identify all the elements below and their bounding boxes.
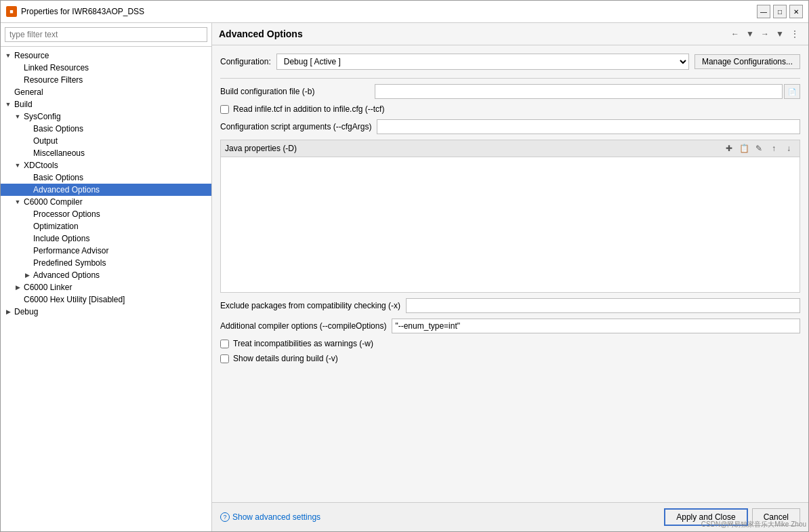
left-panel: ▼ResourceLinked ResourcesResource Filter… xyxy=(1,23,212,531)
tree-item-xdctools-basic[interactable]: Basic Options xyxy=(1,171,211,184)
minimize-button[interactable]: — xyxy=(757,5,770,18)
tree-toggle-sysconfig: ▼ xyxy=(13,112,22,121)
show-details-label: Show details during build (-v) xyxy=(233,354,338,363)
more-btn[interactable]: ⋮ xyxy=(788,27,802,41)
tree-toggle-xdctools-advanced xyxy=(22,185,32,195)
exclude-packages-label: Exclude packages from compatibility chec… xyxy=(220,301,400,310)
tree-toggle-c6000-hex xyxy=(13,295,22,304)
exclude-packages-row: Exclude packages from compatibility chec… xyxy=(220,298,800,313)
back-nav-btn[interactable]: ← xyxy=(728,27,742,41)
tree-item-build[interactable]: ▼Build xyxy=(1,98,211,110)
build-config-input[interactable] xyxy=(375,84,783,99)
read-infile-checkbox[interactable] xyxy=(220,105,229,114)
tree-label-sysconfig: SysConfig xyxy=(22,111,211,122)
java-props-edit-btn[interactable]: ✎ xyxy=(752,142,766,155)
watermark: CSDN@网易独家音乐大Mike Zhou xyxy=(701,520,806,529)
separator-1 xyxy=(220,78,800,79)
tree-item-c6000-perf[interactable]: Performance Advisor xyxy=(1,245,211,257)
tree-item-general[interactable]: General xyxy=(1,86,211,98)
fwd-dropdown-btn[interactable]: ▼ xyxy=(773,27,787,41)
tree-item-resource-filters[interactable]: Resource Filters xyxy=(1,74,211,86)
tree-toggle-linked-resources xyxy=(13,63,22,73)
tree-item-c6000-predefined[interactable]: Predefined Symbols xyxy=(1,257,211,269)
tree-item-debug[interactable]: ▶Debug xyxy=(1,306,211,318)
maximize-button[interactable]: □ xyxy=(773,5,787,18)
treat-incompat-row: Treat incompatibilities as warnings (-w) xyxy=(220,339,800,348)
window-title: Properties for IWR6843AOP_DSS xyxy=(21,7,753,16)
right-panel-title: Advanced Options xyxy=(219,28,303,39)
tree-item-resource[interactable]: ▼Resource xyxy=(1,49,211,62)
tree-item-xdctools[interactable]: ▼XDCtools xyxy=(1,159,211,171)
tree-label-build: Build xyxy=(13,99,211,110)
tree-item-c6000-linker[interactable]: ▶C6000 Linker xyxy=(1,281,211,293)
treat-incompat-label: Treat incompatibilities as warnings (-w) xyxy=(233,339,373,348)
back-dropdown-btn[interactable]: ▼ xyxy=(743,27,757,41)
tree-label-sysconfig-output: Output xyxy=(32,136,211,146)
tree-toggle-c6000-processor xyxy=(22,209,32,219)
tree-item-sysconfig-misc[interactable]: Miscellaneous xyxy=(1,147,211,159)
fwd-nav-btn[interactable]: → xyxy=(758,27,772,41)
additional-compiler-input[interactable] xyxy=(392,319,800,333)
tree-item-sysconfig-output[interactable]: Output xyxy=(1,135,211,147)
java-props-label: Java properties (-D) xyxy=(225,144,297,153)
title-bar: ■ Properties for IWR6843AOP_DSS — □ ✕ xyxy=(1,1,808,23)
tree-label-xdctools: XDCtools xyxy=(22,160,211,171)
tree-item-c6000-advanced[interactable]: ▶Advanced Options xyxy=(1,269,211,281)
tree-label-c6000-processor: Processor Options xyxy=(32,209,211,220)
show-details-checkbox[interactable] xyxy=(220,354,229,363)
config-script-input[interactable] xyxy=(377,119,800,134)
help-icon: ? xyxy=(220,512,230,522)
show-advanced-settings-link[interactable]: ? Show advanced settings xyxy=(220,512,320,522)
tree-item-xdctools-advanced[interactable]: Advanced Options xyxy=(1,184,211,196)
manage-configurations-button[interactable]: Manage Configurations... xyxy=(694,54,800,69)
tree-label-xdctools-advanced: Advanced Options xyxy=(32,184,211,195)
java-props-add-btn[interactable]: ✚ xyxy=(722,142,736,155)
tree-toggle-sysconfig-misc xyxy=(22,148,32,158)
tree-item-c6000-processor[interactable]: Processor Options xyxy=(1,208,211,220)
exclude-packages-input[interactable] xyxy=(406,298,800,313)
read-infile-row: Read infile.tcf in addition to infile.cf… xyxy=(220,104,800,114)
config-script-label: Configuration script arguments (--cfgArg… xyxy=(220,122,371,131)
tree-item-sysconfig[interactable]: ▼SysConfig xyxy=(1,110,211,123)
tree-label-sysconfig-misc: Miscellaneous xyxy=(32,148,211,159)
app-icon: ■ xyxy=(6,6,17,17)
java-props-up-btn[interactable]: ↑ xyxy=(767,142,781,155)
tree-toggle-c6000-linker: ▶ xyxy=(13,283,22,292)
title-bar-controls: — □ ✕ xyxy=(757,5,803,18)
java-props-down-btn[interactable]: ↓ xyxy=(782,142,795,155)
tree-item-sysconfig-basic[interactable]: Basic Options xyxy=(1,123,211,135)
java-props-body xyxy=(220,157,800,293)
tree-item-linked-resources[interactable]: Linked Resources xyxy=(1,62,211,74)
tree-label-c6000-hex: C6000 Hex Utility [Disabled] xyxy=(22,294,211,305)
right-content: Configuration: Debug [ Active ] Manage C… xyxy=(212,45,808,502)
configuration-row: Configuration: Debug [ Active ] Manage C… xyxy=(220,54,800,70)
tree-item-c6000-include[interactable]: Include Options xyxy=(1,232,211,245)
read-infile-label: Read infile.tcf in addition to infile.cf… xyxy=(233,104,384,114)
tree-label-c6000-compiler: C6000 Compiler xyxy=(22,197,211,207)
content-area: ▼ResourceLinked ResourcesResource Filter… xyxy=(1,23,808,531)
tree-label-sysconfig-basic: Basic Options xyxy=(32,123,211,134)
tree-label-c6000-optimization: Optimization xyxy=(32,221,211,232)
tree-toggle-c6000-include xyxy=(22,234,32,243)
configuration-select[interactable]: Debug [ Active ] xyxy=(276,54,689,70)
close-button[interactable]: ✕ xyxy=(789,5,803,18)
tree-item-c6000-compiler[interactable]: ▼C6000 Compiler xyxy=(1,196,211,208)
java-props-section: Java properties (-D) ✚ 📋 ✎ ↑ ↓ xyxy=(220,140,800,293)
right-panel: Advanced Options ← ▼ → ▼ ⋮ Configuration… xyxy=(212,23,808,531)
filter-input[interactable] xyxy=(5,27,207,42)
tree-toggle-xdctools: ▼ xyxy=(13,161,22,170)
tree-item-c6000-hex[interactable]: C6000 Hex Utility [Disabled] xyxy=(1,293,211,306)
tree-toggle-c6000-compiler: ▼ xyxy=(13,197,22,207)
filter-box xyxy=(1,23,211,47)
tree-toggle-c6000-advanced: ▶ xyxy=(22,270,32,280)
tree-item-c6000-optimization[interactable]: Optimization xyxy=(1,220,211,232)
tree-area: ▼ResourceLinked ResourcesResource Filter… xyxy=(1,47,211,531)
tree-label-c6000-linker: C6000 Linker xyxy=(22,282,211,293)
tree-label-resource: Resource xyxy=(13,50,211,61)
treat-incompat-checkbox[interactable] xyxy=(220,340,229,348)
java-props-copy-btn[interactable]: 📋 xyxy=(737,142,751,155)
tree-toggle-c6000-predefined xyxy=(22,258,32,268)
tree-label-general: General xyxy=(13,87,211,98)
additional-compiler-label: Additional compiler options (--compileOp… xyxy=(220,321,386,331)
build-config-browse-btn[interactable]: 📄 xyxy=(784,84,800,99)
